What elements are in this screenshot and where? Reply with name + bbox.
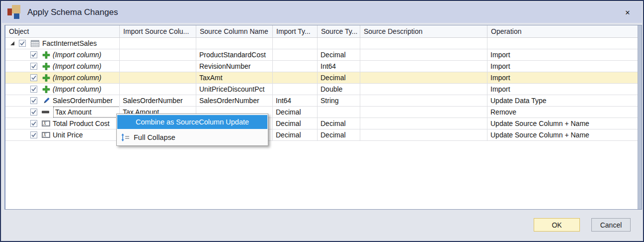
source-column-name-cell: RevisionNumber: [196, 61, 273, 72]
rename-icon: X: [42, 121, 50, 126]
row-checkbox[interactable]: [30, 109, 37, 116]
menu-item-full-collapse[interactable]: Full Collapse: [117, 130, 267, 144]
object-label: Total Product Cost: [53, 118, 109, 129]
ok-button[interactable]: OK: [534, 218, 580, 232]
source-description-cell: [360, 118, 487, 129]
import-source-column-cell: [120, 61, 196, 72]
source-type-cell: Decimal: [318, 49, 360, 60]
add-column-icon: [42, 85, 50, 94]
column-header-import-type[interactable]: Import Ty...: [273, 25, 318, 37]
object-cell: (Import column): [5, 61, 120, 72]
import-type-cell: Decimal: [273, 107, 318, 118]
source-description-cell: [360, 84, 487, 95]
import-type-cell: Decimal: [273, 129, 318, 140]
object-label: (Import column): [53, 72, 101, 83]
row-checkbox[interactable]: [30, 86, 37, 93]
import-type-cell: [273, 61, 318, 72]
menu-item-combine-as-sourcecolumn-update[interactable]: Combine as SourceColumn Update: [117, 115, 267, 129]
import-source-column-cell: SalesOrderNumber: [120, 95, 196, 106]
object-label: (Import column): [53, 49, 101, 60]
object-label: Unit Price: [53, 129, 83, 140]
close-icon[interactable]: ✕: [620, 6, 635, 19]
import-type-cell: [273, 38, 318, 49]
source-description-cell: [360, 38, 487, 49]
operation-cell: Import: [487, 72, 638, 83]
app-icon: [7, 4, 23, 20]
source-column-name-cell: ProductStandardCost: [196, 49, 273, 60]
column-header-source-type[interactable]: Source Ty...: [318, 25, 360, 37]
table-row[interactable]: (Import column) RevisionNumber Int64 Imp…: [5, 61, 638, 72]
table-row[interactable]: X Total Product Cost Decimal Decimal Upd…: [5, 118, 638, 129]
source-column-name-cell: UnitPriceDiscountPct: [196, 84, 273, 95]
column-header-object[interactable]: Object: [5, 25, 120, 37]
operation-cell: Update Data Type: [487, 95, 638, 106]
column-header-source-column-name[interactable]: Source Column Name: [196, 25, 273, 37]
source-type-cell: Decimal: [318, 118, 360, 129]
operation-cell: Update Source Column + Name: [487, 118, 638, 129]
row-checkbox[interactable]: [19, 40, 26, 47]
source-description-cell: [360, 72, 487, 83]
table-row[interactable]: X Unit Price Decimal Decimal Update Sour…: [5, 129, 638, 141]
object-label: (Import column): [53, 61, 101, 72]
operation-cell: [487, 38, 638, 49]
remove-icon: [42, 111, 49, 114]
table-row[interactable]: (Import column) UnitPriceDiscountPct Dou…: [5, 84, 638, 95]
operation-cell: Import: [487, 49, 638, 60]
import-source-column-cell: [120, 84, 196, 95]
vertical-scrollbar[interactable]: [638, 25, 642, 209]
row-checkbox[interactable]: [30, 74, 37, 81]
object-cell: Tax Amount: [5, 107, 120, 118]
row-checkbox[interactable]: [30, 131, 37, 138]
schema-changes-grid: Object Import Source Colu... Source Colu…: [4, 25, 642, 210]
column-header-import-source-column[interactable]: Import Source Colu...: [120, 25, 196, 37]
row-checkbox[interactable]: [30, 120, 37, 127]
row-checkbox[interactable]: [30, 97, 37, 104]
operation-cell: Import: [487, 61, 638, 72]
import-source-column-cell: [120, 38, 196, 49]
source-description-cell: [360, 129, 487, 140]
object-cell: (Import column): [5, 84, 120, 95]
row-checkbox[interactable]: [30, 63, 37, 70]
cancel-button[interactable]: Cancel: [591, 218, 631, 232]
object-cell: (Import column): [5, 72, 120, 83]
column-header-source-description[interactable]: Source Description: [360, 25, 487, 37]
source-description-cell: [360, 49, 487, 60]
apply-schema-changes-dialog: Apply Schema Changes ✕ Object Import Sou…: [0, 0, 644, 242]
add-column-icon: [42, 74, 50, 82]
import-type-cell: [273, 49, 318, 60]
object-cell: X Total Product Cost: [5, 118, 120, 129]
source-type-cell: Int64: [318, 61, 360, 72]
object-cell: SalesOrderNumber: [5, 95, 120, 106]
table-row[interactable]: (Import column) ProductStandardCost Deci…: [5, 49, 638, 61]
source-column-name-cell: TaxAmt: [196, 72, 273, 83]
table-icon: [31, 39, 39, 48]
context-menu: Combine as SourceColumn Update Full Coll…: [116, 114, 268, 146]
source-type-cell: String: [318, 95, 360, 106]
import-type-cell: [273, 72, 318, 83]
import-source-column-cell: [120, 49, 196, 60]
edit-icon: [42, 97, 50, 105]
operation-cell: Remove: [487, 107, 638, 118]
table-row[interactable]: Tax Amount Tax Amount Decimal Remove: [5, 107, 638, 118]
source-description-cell: [360, 107, 487, 118]
table-row[interactable]: SalesOrderNumber SalesOrderNumber SalesO…: [5, 95, 638, 107]
object-cell: FactInternetSales: [5, 38, 120, 49]
expander-icon[interactable]: [9, 40, 15, 46]
source-type-cell: Decimal: [318, 129, 360, 140]
dialog-title: Apply Schema Changes: [27, 7, 118, 17]
table-row-highlighted[interactable]: (Import column) TaxAmt Decimal Import: [5, 72, 638, 84]
operation-cell: Update Source Column + Name: [487, 129, 638, 140]
column-header-operation[interactable]: Operation: [487, 25, 638, 37]
row-checkbox[interactable]: [30, 51, 37, 58]
object-label: Tax Amount: [55, 107, 91, 118]
source-column-name-cell: [196, 38, 273, 49]
source-type-cell: [318, 107, 360, 118]
import-source-column-cell: [120, 72, 196, 83]
table-row[interactable]: FactInternetSales: [5, 38, 638, 49]
object-label: (Import column): [53, 84, 101, 95]
source-description-cell: [360, 61, 487, 72]
titlebar: Apply Schema Changes ✕: [2, 2, 642, 23]
full-collapse-icon: [121, 133, 130, 141]
source-column-name-cell: SalesOrderNumber: [196, 95, 273, 106]
import-type-cell: [273, 84, 318, 95]
